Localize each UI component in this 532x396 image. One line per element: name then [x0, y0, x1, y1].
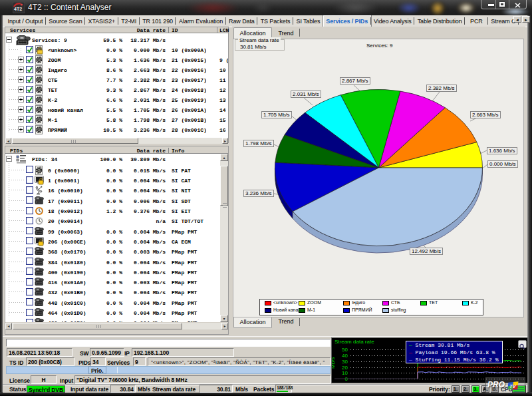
svg-text:TV: TV [509, 383, 517, 389]
svg-text:4T2: 4T2 [14, 7, 22, 11]
